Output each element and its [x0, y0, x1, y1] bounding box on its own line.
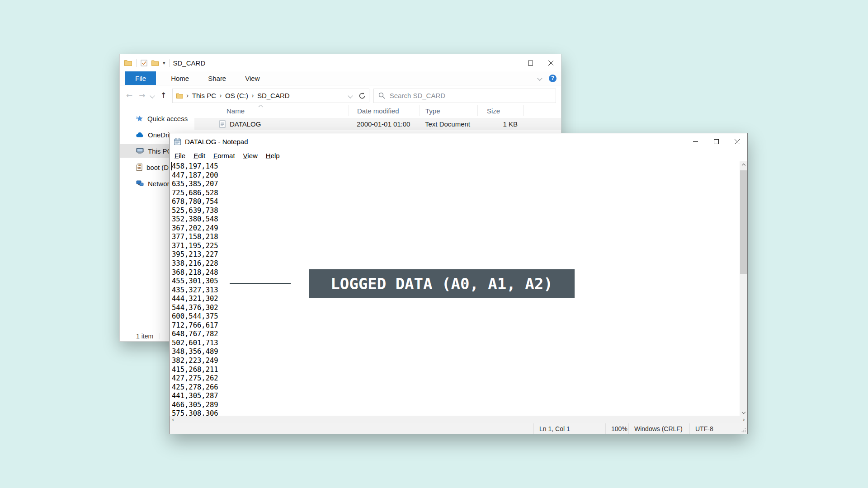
- breadcrumb-separator: ›: [251, 92, 254, 100]
- text-line: 427,275,262: [172, 374, 740, 383]
- text-line: 502,601,713: [172, 339, 740, 348]
- text-line: 648,767,782: [172, 330, 740, 339]
- maximize-button[interactable]: [706, 133, 726, 150]
- menu-edit[interactable]: Edit: [189, 152, 209, 160]
- scroll-right-icon[interactable]: ›: [743, 417, 745, 422]
- sidebar-item-label: Quick access: [147, 115, 188, 122]
- menu-file[interactable]: File: [170, 152, 189, 160]
- text-line: 712,766,617: [172, 321, 740, 330]
- breadcrumb-item-sd-card[interactable]: SD_CARD: [257, 92, 290, 99]
- titlebar-separator: [169, 59, 170, 67]
- close-button[interactable]: [541, 54, 561, 71]
- svg-text:SD: SD: [137, 167, 141, 169]
- file-size: 1 KB: [477, 118, 524, 130]
- column-headers: Name Date modified Type Size: [194, 105, 561, 116]
- new-folder-icon[interactable]: [151, 60, 159, 66]
- window-title: SD_CARD: [173, 59, 206, 67]
- horizontal-scrollbar[interactable]: ‹ ›: [170, 416, 747, 423]
- text-line: 447,187,200: [172, 171, 740, 180]
- encoding: UTF-8: [689, 423, 741, 434]
- text-line: 678,780,754: [172, 197, 740, 206]
- text-line: 441,305,287: [172, 392, 740, 401]
- statusbar-separator: [160, 333, 160, 339]
- items-count: 1 item: [136, 333, 153, 340]
- notepad-titlebar[interactable]: DATALOG - Notepad: [170, 133, 747, 150]
- text-line: 367,202,249: [172, 224, 740, 233]
- text-line: 466,305,289: [172, 401, 740, 410]
- close-button[interactable]: [726, 133, 747, 150]
- column-header-size[interactable]: Size: [477, 105, 524, 116]
- address-bar: ← → ↑ › This PC › OS (C:) › SD_CARD: [120, 85, 561, 106]
- scroll-up-icon[interactable]: [740, 161, 747, 169]
- vertical-scrollbar-thumb[interactable]: [740, 170, 747, 274]
- zoom-level: 100%: [605, 423, 628, 434]
- qat-customize-icon[interactable]: ▾: [163, 61, 165, 66]
- vertical-scrollbar[interactable]: [740, 161, 747, 416]
- text-line: 425,278,266: [172, 383, 740, 392]
- up-icon[interactable]: ↑: [160, 92, 167, 99]
- menu-help[interactable]: Help: [262, 152, 284, 160]
- text-line: 725,686,528: [172, 189, 740, 198]
- column-header-date-modified[interactable]: Date modified: [349, 105, 420, 116]
- file-name: DATALOG: [230, 120, 261, 128]
- tab-home[interactable]: Home: [161, 71, 198, 85]
- recent-locations-icon[interactable]: [150, 93, 155, 98]
- text-line: 544,376,302: [172, 304, 740, 313]
- folder-icon: [124, 60, 132, 66]
- text-document-icon: [219, 120, 226, 128]
- column-header-type[interactable]: Type: [420, 105, 477, 116]
- refresh-button[interactable]: [356, 89, 369, 103]
- folder-icon: [176, 93, 183, 99]
- tab-file[interactable]: File: [125, 71, 156, 85]
- column-header-name[interactable]: Name: [194, 105, 349, 116]
- menu-view[interactable]: View: [239, 152, 262, 160]
- tab-view[interactable]: View: [236, 71, 269, 85]
- ribbon-tab-bar: File Home Share View ?: [120, 71, 561, 85]
- address-dropdown-icon[interactable]: [348, 93, 353, 98]
- quick-access-toolbar: ▾: [141, 60, 165, 66]
- computer-icon: [136, 148, 144, 154]
- back-icon[interactable]: ←: [126, 92, 132, 99]
- text-line: 458,197,145: [172, 162, 740, 171]
- search-placeholder: Search SD_CARD: [390, 92, 445, 99]
- checkbox-icon[interactable]: [141, 60, 147, 66]
- explorer-titlebar[interactable]: ▾ SD_CARD: [120, 54, 561, 71]
- text-line: 415,268,211: [172, 366, 740, 375]
- window-controls: [685, 133, 747, 150]
- text-line: 348,356,489: [172, 347, 740, 357]
- text-line: 382,223,249: [172, 357, 740, 366]
- line-ending: Windows (CRLF): [628, 423, 689, 434]
- cloud-icon: [136, 132, 144, 137]
- annotation-text: LOGGED DATA (A0, A1, A2): [330, 275, 552, 293]
- text-line: 395,213,227: [172, 250, 740, 259]
- file-row-datalog[interactable]: DATALOG 2000-01-01 01:00 Text Document 1…: [194, 118, 561, 130]
- tab-share[interactable]: Share: [198, 71, 236, 85]
- resize-grip-icon[interactable]: [741, 423, 747, 434]
- maximize-button[interactable]: [520, 54, 541, 71]
- scroll-left-icon[interactable]: ‹: [172, 417, 174, 422]
- scroll-down-icon[interactable]: [740, 408, 747, 416]
- desktop: ▾ SD_CARD File Home Share View: [0, 0, 868, 488]
- breadcrumb-item-this-pc[interactable]: This PC: [192, 92, 216, 99]
- forward-icon[interactable]: →: [139, 92, 145, 99]
- breadcrumb-item-os-c[interactable]: OS (C:): [225, 92, 248, 99]
- sd-card-icon: SD: [136, 164, 142, 171]
- ribbon-expand-icon[interactable]: [537, 75, 542, 80]
- menu-format[interactable]: Format: [209, 152, 239, 160]
- sidebar-item-quick-access[interactable]: Quick access: [120, 112, 194, 125]
- breadcrumb-separator: ›: [219, 92, 222, 100]
- annotation-callout-line: [230, 283, 291, 284]
- text-line: 600,544,375: [172, 312, 740, 321]
- file-date-modified: 2000-01-01 01:00: [349, 118, 420, 130]
- notepad-icon: [174, 138, 181, 145]
- help-icon[interactable]: ?: [549, 75, 557, 82]
- text-line: 338,216,228: [172, 259, 740, 268]
- breadcrumb[interactable]: › This PC › OS (C:) › SD_CARD: [172, 89, 356, 103]
- network-icon: [136, 180, 144, 187]
- annotation-label: LOGGED DATA (A0, A1, A2): [309, 269, 575, 298]
- minimize-button[interactable]: [500, 54, 520, 71]
- minimize-button[interactable]: [685, 133, 706, 150]
- text-line: 635,385,207: [172, 180, 740, 189]
- notepad-menubar: File Edit Format View Help: [170, 150, 747, 161]
- search-input[interactable]: Search SD_CARD: [373, 89, 556, 103]
